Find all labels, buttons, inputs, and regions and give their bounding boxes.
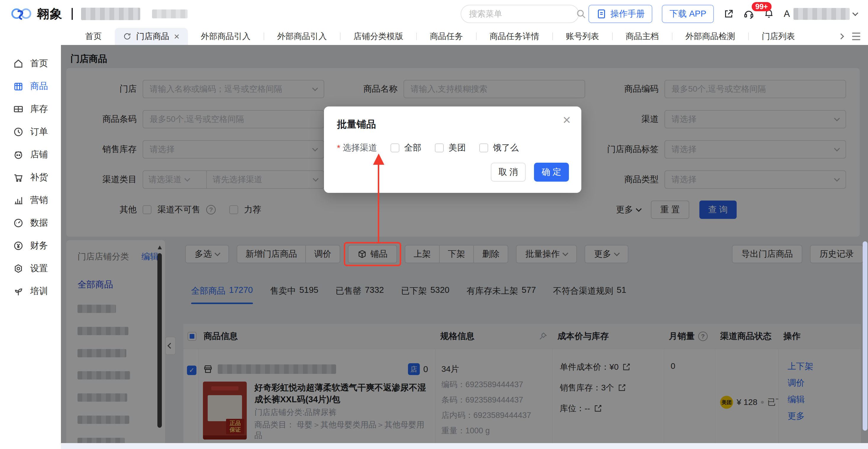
modal-mask[interactable] xyxy=(61,45,868,443)
search-icon[interactable] xyxy=(576,8,586,19)
sidebar-item-shops[interactable]: 店铺 xyxy=(0,143,61,166)
redacted-user-name xyxy=(794,8,850,20)
sidebar-item-replenishment[interactable]: 补货 xyxy=(0,166,61,189)
tab-external-import-2[interactable]: 外部商品引入 xyxy=(264,28,340,45)
cart-icon xyxy=(13,172,24,183)
redacted-subtitle xyxy=(152,9,188,18)
user-name-prefix: A xyxy=(784,8,790,19)
divider xyxy=(71,8,73,20)
modal-title: 批量铺品 xyxy=(337,118,376,131)
bar-chart-icon xyxy=(13,195,24,205)
tab-product-task-detail[interactable]: 商品任务详情 xyxy=(476,28,552,45)
manual-button[interactable]: 操作手册 xyxy=(588,5,652,23)
external-link-icon[interactable] xyxy=(723,8,734,19)
sidebar-item-training[interactable]: 培训 xyxy=(0,280,61,302)
user-menu[interactable]: A xyxy=(784,8,857,20)
tab-account-list[interactable]: 账号列表 xyxy=(553,28,612,45)
sidebar-item-finance[interactable]: 财务 xyxy=(0,234,61,257)
refresh-icon[interactable] xyxy=(123,32,131,40)
top-header: 翱象 操作手册 下载 APP 99+ A xyxy=(0,0,868,28)
all-checkbox[interactable] xyxy=(391,143,399,152)
cancel-button[interactable]: 取 消 xyxy=(491,163,526,182)
content-area: 门店商品 门店 请输入名称或编码；逗号或空格间隔 商品名称 商品编码 商品条码 … xyxy=(61,45,868,449)
home-icon xyxy=(13,58,24,69)
inventory-icon xyxy=(13,104,24,115)
batch-distribute-modal: 批量铺品 × * 选择渠道 全部 美团 饿了么 取 消 确 定 xyxy=(324,106,581,193)
close-icon[interactable]: × xyxy=(563,113,571,127)
bottom-strip xyxy=(61,443,868,449)
notifications[interactable]: 99+ xyxy=(764,8,774,20)
confirm-button[interactable]: 确 定 xyxy=(534,163,569,182)
tab-external-import-1[interactable]: 外部商品引入 xyxy=(188,28,264,45)
goods-icon xyxy=(13,81,24,92)
tabs-scroll-right-icon[interactable] xyxy=(838,33,844,39)
meituan-checkbox[interactable] xyxy=(435,143,444,152)
app-window: 翱象 操作手册 下载 APP 99+ A xyxy=(0,0,868,449)
brand-name: 翱象 xyxy=(37,6,63,22)
tabs-menu-icon[interactable] xyxy=(852,33,860,40)
gauge-icon xyxy=(13,218,24,228)
gear-icon xyxy=(13,263,24,274)
tab-external-product-check[interactable]: 外部商品检测 xyxy=(673,28,748,45)
clock-icon xyxy=(13,127,24,137)
channel-option-eleme[interactable]: 饿了么 xyxy=(479,142,519,154)
menu-search-box[interactable] xyxy=(461,5,579,23)
main-sidebar: 首页 商品 库存 订单 店铺 补货 xyxy=(0,45,61,449)
tab-store-products[interactable]: 门店商品 × xyxy=(115,28,188,45)
modal-field-label: 选择渠道 xyxy=(343,142,377,154)
sidebar-item-goods[interactable]: 商品 xyxy=(0,75,61,98)
sidebar-item-orders[interactable]: 订单 xyxy=(0,120,61,143)
content-scrollbar[interactable] xyxy=(863,242,867,431)
tab-product-task[interactable]: 商品任务 xyxy=(417,28,476,45)
tab-home[interactable]: 首页 xyxy=(72,28,115,45)
required-asterisk: * xyxy=(337,143,340,153)
sidebar-item-settings[interactable]: 设置 xyxy=(0,257,61,280)
channel-option-all[interactable]: 全部 xyxy=(391,142,421,154)
close-icon[interactable]: × xyxy=(174,32,180,41)
tab-shop-category-template[interactable]: 店铺分类模版 xyxy=(341,28,416,45)
elephant-logo-icon xyxy=(11,6,32,21)
eleme-checkbox[interactable] xyxy=(479,143,488,152)
sidebar-item-data[interactable]: 数据 xyxy=(0,212,61,234)
sprout-icon xyxy=(13,286,24,297)
sidebar-item-home[interactable]: 首页 xyxy=(0,52,61,75)
page-tabbar: 首页 门店商品 × 外部商品引入 外部商品引入 店铺分类模版 商品任务 商品任务… xyxy=(0,28,868,45)
headset-icon[interactable] xyxy=(743,8,754,19)
brand-logo[interactable]: 翱象 xyxy=(11,6,63,22)
chevron-down-icon xyxy=(852,10,858,16)
redacted-company-name xyxy=(81,8,140,20)
document-icon xyxy=(596,8,607,19)
tab-store-list[interactable]: 门店列表 xyxy=(749,28,808,45)
notification-badge: 99+ xyxy=(752,2,771,11)
download-app-button[interactable]: 下载 APP xyxy=(662,5,714,23)
sidebar-item-marketing[interactable]: 营销 xyxy=(0,189,61,212)
yen-circle-icon xyxy=(13,240,24,251)
sidebar-item-inventory[interactable]: 库存 xyxy=(0,98,61,120)
channel-option-meituan[interactable]: 美团 xyxy=(435,142,466,154)
shop-icon xyxy=(13,149,24,160)
tab-product-master[interactable]: 商品主档 xyxy=(613,28,672,45)
menu-search-input[interactable] xyxy=(469,9,576,19)
